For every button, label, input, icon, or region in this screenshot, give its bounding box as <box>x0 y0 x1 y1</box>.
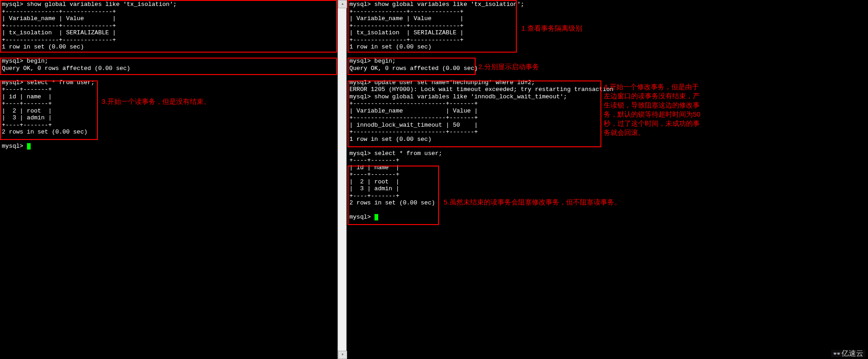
annotation-text-1: 1.查看事务隔离级别 <box>521 24 613 33</box>
watermark-text: 亿速云 <box>841 349 863 357</box>
term-line: 2 rows in set (0.00 sec) <box>349 199 435 206</box>
term-line: mysql> show global variables like 'tx_is… <box>2 1 177 8</box>
term-line: +----+-------+ <box>349 157 399 164</box>
term-line: +---------------+--------------+ <box>2 37 116 43</box>
term-line: +---------------+--------------+ <box>349 8 464 15</box>
term-line: | id | name | <box>349 164 399 171</box>
term-line: mysql> show global variables like 'innod… <box>349 93 567 100</box>
annotation-text-5: 5.虽然未结束的读事务会阻塞修改事务，但不阻塞读事务。 <box>444 198 636 207</box>
term-line: ERROR 1205 (HY000): Lock wait timeout ex… <box>349 86 613 93</box>
scroll-up-button[interactable]: ▴ <box>338 0 347 8</box>
term-line: | id | name | <box>2 93 52 100</box>
term-line: 1 row in set (0.00 sec) <box>349 136 431 143</box>
term-line: +----+-------+ <box>2 86 52 93</box>
term-line: +--------------------------+-------+ <box>349 100 478 107</box>
term-line: 1 row in set (0.00 sec) <box>2 43 84 50</box>
term-line: | 2 | root | <box>349 178 399 185</box>
term-line: | Variable_name | Value | <box>349 107 478 114</box>
annotation-text-2: 2.分别显示启动事务 <box>478 62 570 71</box>
term-line: +---------------+--------------+ <box>2 8 116 15</box>
term-line: +---------------+--------------+ <box>2 22 116 29</box>
term-prompt: mysql> <box>349 214 378 220</box>
cursor-icon <box>375 214 378 220</box>
term-line: mysql> show global variables like 'tx_is… <box>349 1 524 8</box>
glasses-icon: 👓 <box>833 350 841 358</box>
scroll-down-button[interactable]: ▾ <box>338 351 347 359</box>
term-line: +----+-------+ <box>349 193 399 199</box>
term-line: | 3 | admin | <box>2 114 52 121</box>
term-line: Query OK, 0 rows affected (0.00 sec) <box>349 65 478 72</box>
term-line: +--------------------------+-------+ <box>349 114 478 121</box>
term-line: +----+-------+ <box>349 171 399 178</box>
term-line: 2 rows in set (0.00 sec) <box>2 129 87 135</box>
annotation-text-3: 3.开始一个读事务，但是没有结束。 <box>102 97 248 106</box>
term-line: | tx_isolation | SERIALIZABLE | <box>2 29 116 36</box>
term-line: mysql> select * from user; <box>2 79 95 86</box>
term-line: | Variable_name | Value | <box>2 15 116 22</box>
term-line: +---------------+--------------+ <box>349 37 464 43</box>
term-line: | tx_isolation | SERIALIZABLE | <box>349 29 464 36</box>
term-line: +----+-------+ <box>2 122 52 129</box>
term-line: | 2 | root | <box>2 107 52 114</box>
right-terminal[interactable]: mysql> show global variables like 'tx_is… <box>348 0 868 359</box>
term-line: mysql> select * from user; <box>349 150 442 157</box>
term-line: Query OK, 0 rows affected (0.00 sec) <box>2 65 130 72</box>
term-line: +---------------+--------------+ <box>349 22 464 29</box>
term-line: | 3 | admin | <box>349 185 399 192</box>
term-line: 1 row in set (0.00 sec) <box>349 43 431 50</box>
watermark: 👓亿速云 <box>831 350 865 358</box>
term-line: mysql> begin; <box>349 58 396 64</box>
cursor-icon <box>27 143 31 150</box>
term-line: +----+-------+ <box>2 100 52 107</box>
left-terminal[interactable]: mysql> show global variables like 'tx_is… <box>0 0 338 359</box>
vertical-scrollbar[interactable]: ▴ ▾ <box>338 0 347 359</box>
term-line: mysql> update user set name='hechunping'… <box>349 79 535 86</box>
term-line: | Variable_name | Value | <box>349 15 464 22</box>
term-line: | innodb_lock_wait_timeout | 50 | <box>349 122 478 129</box>
term-line: +--------------------------+-------+ <box>349 129 478 135</box>
term-line: mysql> begin; <box>2 58 48 64</box>
annotation-text-4: 4.开始一个修改事务，但是由于左边窗口的读事务没有结束，产生读锁，导致阻塞这边的… <box>604 82 704 137</box>
term-prompt: mysql> <box>2 143 31 150</box>
